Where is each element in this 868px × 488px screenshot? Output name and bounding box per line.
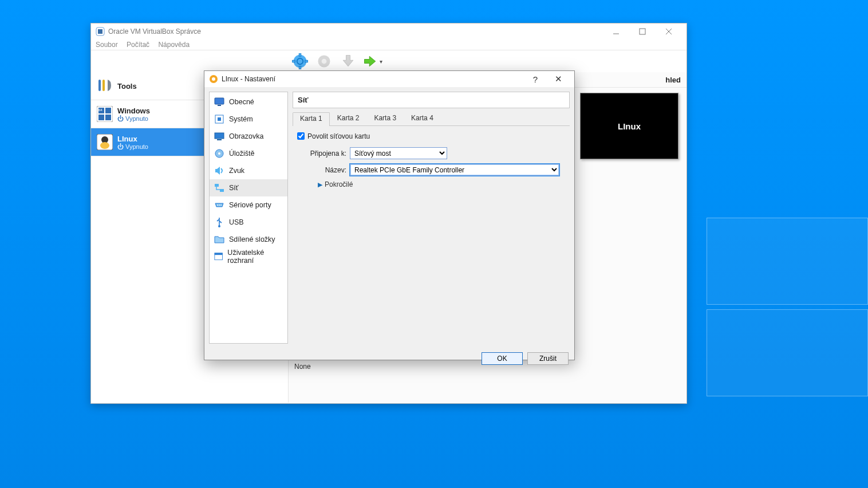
nav-shared-folders[interactable]: Sdílené složky bbox=[210, 231, 287, 248]
dialog-title: LInux - Nastavení bbox=[222, 75, 275, 83]
advanced-label: Pokročilé bbox=[325, 180, 353, 188]
expander-triangle-icon: ▶ bbox=[318, 181, 322, 188]
svg-rect-31 bbox=[215, 98, 224, 104]
svg-rect-15 bbox=[102, 80, 105, 91]
enable-adapter-label: Povolit síťovou kartu bbox=[307, 132, 370, 140]
dialog-help-button[interactable]: ? bbox=[524, 71, 547, 87]
tab-adapter-3[interactable]: Karta 3 bbox=[366, 112, 404, 125]
attached-to-label: Připojena k: bbox=[295, 149, 346, 158]
maximize-button[interactable] bbox=[629, 23, 656, 40]
svg-rect-39 bbox=[215, 184, 219, 187]
speaker-icon bbox=[214, 166, 224, 176]
chevron-down-icon: ▾ bbox=[380, 58, 382, 65]
svg-rect-10 bbox=[292, 60, 295, 62]
linux-os-icon: 64 bbox=[97, 134, 113, 150]
close-icon bbox=[665, 28, 672, 35]
new-button[interactable] bbox=[288, 51, 312, 72]
enable-adapter-checkbox[interactable] bbox=[297, 132, 305, 140]
nav-label: Sériové porty bbox=[229, 201, 271, 209]
nav-ui[interactable]: Uživatelské rozhraní bbox=[210, 248, 287, 265]
windows-os-icon: 64 bbox=[97, 106, 113, 122]
nav-label: Síť bbox=[229, 184, 239, 192]
nav-serial[interactable]: Sériové porty bbox=[210, 196, 287, 214]
nav-general[interactable]: Obecné bbox=[210, 93, 287, 111]
virtualbox-icon bbox=[96, 27, 105, 36]
enable-adapter-row: Povolit síťovou kartu bbox=[295, 131, 567, 141]
svg-point-38 bbox=[218, 152, 220, 155]
desktop-decoration bbox=[707, 218, 868, 305]
nav-label: Obecné bbox=[229, 98, 254, 106]
nav-label: USB bbox=[229, 218, 244, 226]
gear-gray-icon bbox=[316, 53, 332, 69]
ok-button[interactable]: OK bbox=[482, 352, 523, 365]
adapter-name-select[interactable]: Realtek PCIe GbE Family Controller bbox=[350, 164, 559, 176]
close-button[interactable] bbox=[656, 23, 682, 40]
svg-rect-9 bbox=[299, 66, 301, 69]
gear-blue-icon bbox=[292, 53, 308, 69]
attached-to-select[interactable]: Síťový most bbox=[350, 147, 447, 159]
tools-label: Tools bbox=[117, 82, 137, 90]
menu-file[interactable]: Soubor bbox=[96, 41, 118, 49]
window-titlebar[interactable]: Oracle VM VirtualBox Správce bbox=[91, 23, 686, 40]
nav-label: Uživatelské rozhraní bbox=[227, 249, 283, 265]
menu-machine[interactable]: Počítač bbox=[127, 41, 149, 49]
svg-text:64: 64 bbox=[98, 108, 102, 112]
power-icon: ⏻ bbox=[117, 115, 124, 122]
vm-state: ⏻Vypnuto bbox=[117, 143, 148, 150]
svg-rect-14 bbox=[98, 80, 101, 91]
cancel-button[interactable]: Zrušit bbox=[527, 352, 569, 365]
window-title: Oracle VM VirtualBox Správce bbox=[108, 27, 201, 36]
serial-port-icon bbox=[214, 200, 224, 210]
toolbar: ▾ bbox=[91, 50, 686, 72]
vm-preview[interactable]: LInux bbox=[580, 93, 678, 159]
adapter-form: Povolit síťovou kartu Připojena k: Síťov… bbox=[293, 126, 570, 193]
nav-usb[interactable]: USB bbox=[210, 214, 287, 231]
network-icon bbox=[214, 183, 224, 193]
chip-icon bbox=[214, 114, 224, 124]
svg-rect-35 bbox=[215, 133, 224, 139]
nav-label: Systém bbox=[229, 115, 253, 123]
nav-label: Zvuk bbox=[229, 167, 244, 175]
svg-rect-20 bbox=[105, 115, 111, 120]
monitor-icon bbox=[214, 97, 224, 107]
settings-dialog-icon bbox=[209, 74, 218, 84]
nav-network[interactable]: Síť bbox=[210, 179, 287, 196]
svg-rect-46 bbox=[215, 253, 223, 255]
svg-rect-32 bbox=[218, 105, 221, 106]
discard-button[interactable] bbox=[336, 51, 360, 72]
settings-button[interactable] bbox=[312, 51, 336, 72]
tab-adapter-4[interactable]: Karta 4 bbox=[404, 112, 441, 125]
dialog-button-row: OK Zrušit bbox=[204, 348, 574, 369]
menubar: Soubor Počítač Nápověda bbox=[91, 40, 686, 50]
menu-help[interactable]: Nápověda bbox=[158, 41, 190, 49]
power-icon: ⏻ bbox=[117, 143, 124, 150]
svg-rect-8 bbox=[299, 53, 301, 56]
vm-name: LInux bbox=[117, 135, 148, 143]
ui-icon bbox=[214, 251, 223, 262]
nav-system[interactable]: Systém bbox=[210, 111, 287, 128]
tab-adapter-2[interactable]: Karta 2 bbox=[330, 112, 367, 125]
start-button[interactable]: ▾ bbox=[360, 51, 384, 72]
svg-text:64: 64 bbox=[98, 136, 102, 139]
arrow-right-green-icon bbox=[362, 53, 378, 69]
advanced-expander[interactable]: ▶ Pokročilé bbox=[318, 180, 567, 188]
minimize-button[interactable] bbox=[603, 23, 629, 40]
display-icon bbox=[214, 131, 224, 141]
adapter-tabs: Karta 1 Karta 2 Karta 3 Karta 4 bbox=[293, 112, 570, 126]
maximize-icon bbox=[639, 28, 646, 35]
nav-storage[interactable]: Úložiště bbox=[210, 145, 287, 162]
vm-name: Windows bbox=[117, 107, 150, 115]
svg-rect-34 bbox=[218, 117, 221, 121]
settings-panel: Síť Karta 1 Karta 2 Karta 3 Karta 4 Povo… bbox=[293, 92, 570, 344]
nav-label: Sdílené složky bbox=[229, 235, 275, 243]
tab-adapter-1[interactable]: Karta 1 bbox=[293, 112, 330, 126]
nav-display[interactable]: Obrazovka bbox=[210, 128, 287, 145]
nav-audio[interactable]: Zvuk bbox=[210, 162, 287, 179]
dialog-close-button[interactable]: ✕ bbox=[547, 71, 570, 87]
svg-point-13 bbox=[322, 59, 327, 64]
arrow-down-icon bbox=[340, 53, 356, 69]
dialog-titlebar[interactable]: LInux - Nastavení ? ✕ bbox=[204, 71, 574, 87]
svg-point-6 bbox=[294, 55, 307, 68]
adapter-name-label: Název: bbox=[295, 166, 346, 174]
svg-point-24 bbox=[100, 142, 109, 149]
